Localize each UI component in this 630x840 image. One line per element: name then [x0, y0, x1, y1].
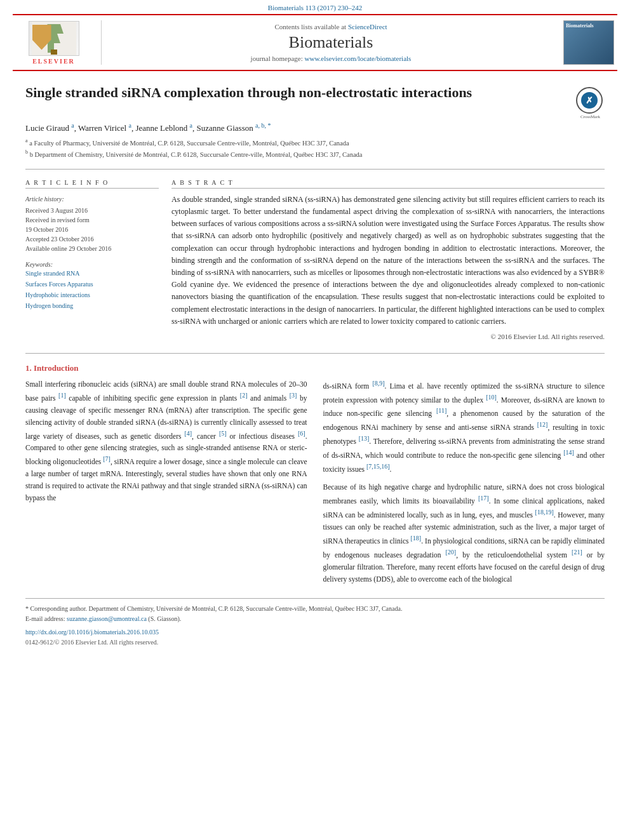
- keyword-3: Hydrophobic interactions: [25, 290, 159, 300]
- keyword-2: Surfaces Forces Apparatus: [25, 279, 159, 290]
- intro-right-col: ds-siRNA form [8,9]. Lima et al. have re…: [323, 378, 605, 585]
- divider-after-abstract: [25, 353, 605, 354]
- introduction-section: 1. Introduction Small interfering ribonu…: [25, 363, 605, 585]
- history-label: Article history:: [25, 194, 159, 204]
- author-email[interactable]: suzanne.giasson@umontreal.ca: [67, 615, 147, 622]
- crossmark-icon: ✗: [581, 92, 598, 109]
- main-content: Single stranded siRNA complexation throu…: [0, 71, 630, 660]
- article-title: Single stranded siRNA complexation throu…: [25, 84, 566, 102]
- journal-citation: Biomaterials 113 (2017) 230–242: [0, 0, 630, 14]
- keywords-section: Keywords: Single stranded RNA Surfaces F…: [25, 261, 159, 311]
- journal-url[interactable]: www.elsevier.com/locate/biomaterials: [305, 55, 412, 62]
- affiliations: a a Faculty of Pharmacy, Université de M…: [25, 137, 605, 159]
- divider-after-affiliations: [25, 169, 605, 170]
- article-history: Article history: Received 3 August 2016 …: [25, 194, 159, 253]
- doi-line[interactable]: http://dx.doi.org/10.1016/j.biomaterials…: [25, 627, 605, 637]
- article-info-abstract: A R T I C L E I N F O Article history: R…: [25, 179, 605, 340]
- crossmark-label: CrossMark: [576, 114, 605, 119]
- article-info-col: A R T I C L E I N F O Article history: R…: [25, 179, 159, 340]
- publisher-logo-area: ELSEVIER: [13, 20, 102, 65]
- corresponding-author: * Corresponding author. Department of Ch…: [25, 604, 605, 614]
- abstract-label: A B S T R A C T: [171, 179, 605, 189]
- intro-left-col: Small interfering ribonucleic acids (siR…: [25, 378, 307, 585]
- contents-available: Contents lists available at ScienceDirec…: [274, 23, 387, 30]
- intro-text-right: ds-siRNA form [8,9]. Lima et al. have re…: [323, 378, 605, 476]
- issn-line: 0142-9612/© 2016 Elsevier Ltd. All right…: [25, 637, 605, 648]
- keywords-label: Keywords:: [25, 261, 159, 268]
- intro-text-right-2: Because of its high negative charge and …: [323, 481, 605, 585]
- accepted-date: Accepted 23 October 2016: [25, 234, 159, 244]
- article-info-label: A R T I C L E I N F O: [25, 179, 159, 189]
- elsevier-wordmark: ELSEVIER: [32, 58, 75, 65]
- abstract-col: A B S T R A C T As double stranded, sing…: [171, 179, 605, 340]
- received-revised-date: Received in revised form19 October 2016: [25, 215, 159, 234]
- keyword-4: Hydrogen bonding: [25, 300, 159, 311]
- introduction-body: Small interfering ribonucleic acids (siR…: [25, 378, 605, 585]
- footnotes: * Corresponding author. Department of Ch…: [25, 598, 605, 648]
- copyright: © 2016 Elsevier Ltd. All rights reserved…: [171, 333, 605, 340]
- svg-rect-2: [51, 50, 57, 55]
- available-date: Available online 29 October 2016: [25, 244, 159, 253]
- sciencedirect-link[interactable]: ScienceDirect: [348, 23, 387, 30]
- journal-homepage: journal homepage: www.elsevier.com/locat…: [251, 55, 412, 62]
- received-date: Received 3 August 2016: [25, 206, 159, 215]
- keyword-1: Single stranded RNA: [25, 268, 159, 279]
- journal-cover-thumbnail: [560, 20, 617, 65]
- article-title-section: Single stranded siRNA complexation throu…: [25, 84, 605, 116]
- email-footnote: E-mail address: suzanne.giasson@umontrea…: [25, 614, 605, 624]
- introduction-heading: 1. Introduction: [25, 363, 605, 373]
- abstract-text: As double stranded, single stranded siRN…: [171, 194, 605, 328]
- journal-title-area: Contents lists available at ScienceDirec…: [102, 20, 560, 65]
- crossmark-badge[interactable]: ✗ CrossMark: [576, 87, 605, 116]
- authors-line: Lucie Giraud a, Warren Viricel a, Jeanne…: [25, 122, 605, 133]
- elsevier-logo: ELSEVIER: [29, 21, 79, 65]
- intro-text-left: Small interfering ribonucleic acids (siR…: [25, 378, 307, 504]
- cover-image: [563, 20, 614, 65]
- journal-header: ELSEVIER Contents lists available at Sci…: [13, 14, 617, 71]
- elsevier-logo-image: [29, 21, 79, 56]
- journal-name: Biomaterials: [289, 33, 373, 52]
